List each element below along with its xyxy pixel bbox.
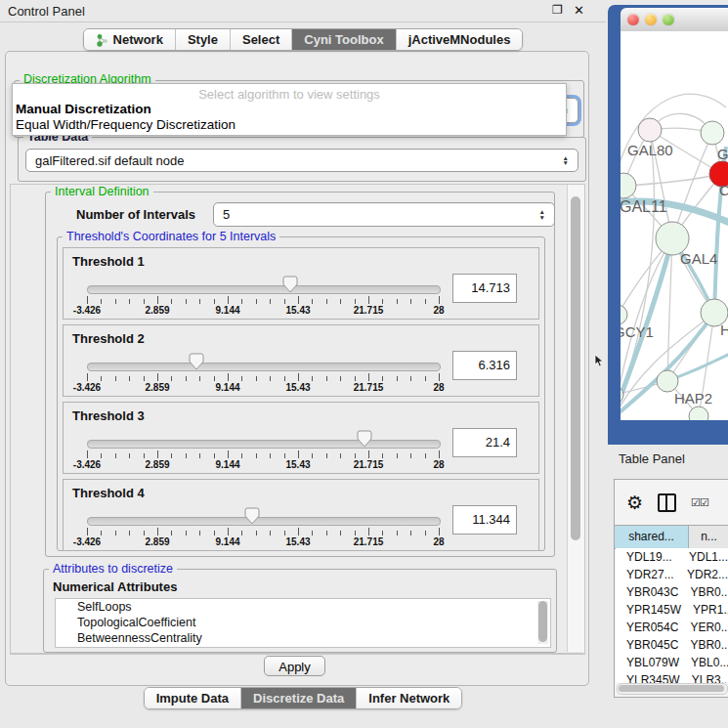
tick-mark [101, 531, 102, 535]
table-row[interactable]: YDR27...YDR2... [616, 566, 728, 583]
tab-infer-network[interactable]: Infer Network [357, 688, 461, 708]
slider-handle[interactable] [244, 507, 260, 525]
tick-mark [228, 528, 229, 535]
tab-label: Cyni Toolbox [304, 32, 383, 47]
threshold-slider[interactable] [87, 517, 441, 526]
tab-impute-data[interactable]: Impute Data [145, 688, 241, 708]
network-window-titlebar[interactable] [621, 8, 728, 32]
tab-cyni-toolbox[interactable]: Cyni Toolbox [292, 29, 396, 50]
list-item[interactable]: SelfLoops [56, 599, 550, 615]
node-table-body: YDL19...YDL1...YDR27...YDR2...YBR043CYBR… [616, 548, 728, 683]
tab-style[interactable]: Style [176, 29, 231, 50]
minimize-traffic-light[interactable] [645, 14, 657, 25]
number-of-intervals-combobox[interactable]: 5 ▲▼ [213, 202, 555, 227]
tick-mark [284, 453, 285, 458]
tick-label: 9.144 [215, 459, 239, 470]
threshold-slider[interactable] [87, 363, 441, 371]
table-row[interactable]: YDL19...YDL1... [616, 548, 728, 566]
zoom-traffic-light[interactable] [663, 14, 674, 25]
combo-arrows-icon: ▲▼ [539, 209, 545, 220]
tick-mark [101, 376, 102, 381]
tick-marks [87, 373, 439, 382]
tick-mark [214, 531, 215, 535]
threshold-value-field[interactable]: 6.316 [452, 351, 517, 380]
tab-label: Impute Data [156, 691, 229, 706]
node-gcy1[interactable] [621, 305, 627, 324]
tick-mark [355, 531, 356, 535]
threshold-value-field[interactable]: 14.713 [452, 274, 517, 303]
scrollbar-thumb[interactable] [571, 196, 580, 540]
tick-mark [186, 376, 187, 381]
divider [11, 653, 583, 654]
table-cell: YBL079W [616, 654, 679, 671]
tab-jactivemnodules[interactable]: jActiveMNodules [397, 29, 523, 50]
scrollbar-thumb[interactable] [619, 685, 724, 692]
slider-handle[interactable] [282, 276, 298, 293]
column-header-name[interactable]: n... [689, 526, 728, 548]
table-row[interactable]: YBL079WYBL0... [616, 654, 728, 671]
tab-discretize-data[interactable]: Discretize Data [241, 688, 357, 708]
vertical-scrollbar[interactable] [567, 185, 584, 652]
close-icon[interactable]: ✕ [572, 3, 586, 18]
gear-icon[interactable]: ⚙ [626, 493, 643, 512]
tick-mark [171, 531, 172, 535]
tick-label: 15.43 [285, 459, 310, 470]
threshold-value-field[interactable]: 11.344 [452, 505, 517, 535]
table-row[interactable]: YBR045CYBR0... [616, 636, 728, 654]
list-scrollbar[interactable] [537, 601, 548, 644]
table-row[interactable]: YER054CYER0... [616, 619, 728, 636]
select-columns-icon[interactable]: ☑☑ [691, 496, 708, 509]
tick-mark [186, 453, 187, 458]
tick-mark [410, 299, 411, 304]
apply-button[interactable]: Apply [264, 656, 325, 676]
columns-icon[interactable] [658, 493, 676, 512]
table-cell: YDL1... [677, 548, 728, 566]
table-cell: YDR2... [675, 566, 728, 583]
tick-mark [256, 299, 257, 304]
tick-mark [312, 531, 313, 535]
table-data-combobox[interactable]: galFiltered.sif default node ▲▼ [25, 149, 578, 172]
column-header-shared-name[interactable]: shared... [615, 526, 689, 548]
tick-mark [241, 453, 242, 458]
table-row[interactable]: YLR345WYLR3... [616, 671, 728, 683]
tick-mark [214, 376, 215, 381]
slider-handle[interactable] [189, 353, 204, 370]
float-window-icon[interactable]: ❐ [550, 3, 565, 18]
node-hap2[interactable] [657, 370, 678, 392]
scrollbar-thumb[interactable] [538, 601, 547, 642]
table-row[interactable]: YPR145WYPR1... [616, 601, 728, 619]
threshold-panel: Threshold 3 -3.4262.8599.14415.4321.7152… [63, 402, 539, 474]
tab-select[interactable]: Select [231, 29, 292, 50]
node-gal11[interactable] [621, 173, 636, 198]
network-canvas[interactable]: GAL80 GA C GAL11 GAL4 GCY1 H HAP2 [621, 31, 728, 420]
tick-mark [410, 531, 411, 535]
table-row[interactable]: YBR043CYBR0... [616, 583, 728, 601]
list-item[interactable]: TopologicalCoefficient [56, 615, 550, 630]
tab-network[interactable]: Network [84, 29, 176, 50]
tick-mark [270, 299, 271, 304]
tick-mark [312, 299, 313, 304]
horizontal-scrollbar[interactable] [617, 683, 728, 695]
option-equal-width-frequency[interactable]: Equal Width/Frequency Discretization [16, 117, 236, 132]
threshold-value-field[interactable]: 21.4 [452, 428, 517, 457]
slider-handle[interactable] [357, 430, 372, 448]
close-traffic-light[interactable] [627, 14, 639, 25]
node-gal80[interactable] [638, 118, 662, 142]
table-panel-title: Table Panel [619, 451, 685, 466]
table-cell: YLR3... [680, 671, 728, 683]
threshold-slider[interactable] [87, 285, 441, 294]
tick-label: 28 [433, 459, 444, 470]
tick-label: 2.859 [145, 459, 169, 470]
table-cell: YER0... [678, 619, 728, 636]
list-item[interactable]: BetweennessCentrality [56, 630, 550, 646]
tick-mark [270, 531, 271, 535]
node-ga[interactable] [701, 121, 724, 145]
tick-mark [284, 376, 285, 381]
tick-mark [129, 531, 130, 535]
table-data-value: galFiltered.sif default node [35, 153, 184, 168]
table-cell: YPR145W [616, 601, 681, 619]
option-manual-discretization[interactable]: Manual Discretization [16, 102, 151, 116]
threshold-slider[interactable] [87, 440, 441, 449]
numerical-attributes-list: SelfLoops TopologicalCoefficient Between… [55, 598, 551, 648]
tick-label: 28 [433, 305, 444, 316]
